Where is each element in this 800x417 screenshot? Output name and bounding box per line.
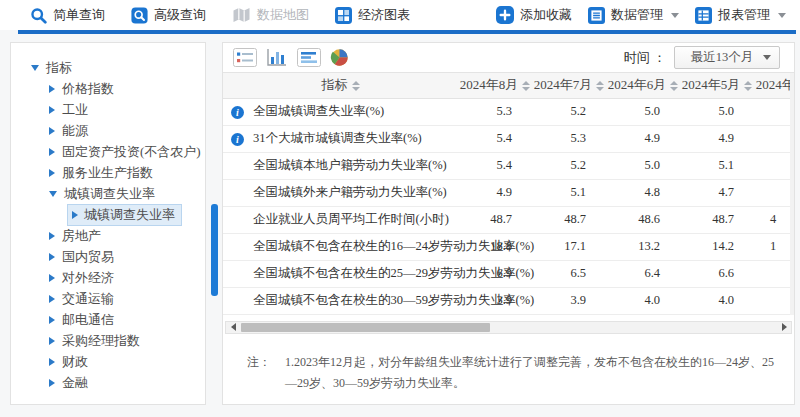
tree-arrow-collapsed-icon — [49, 358, 55, 366]
tree-item-8[interactable]: 房地产 — [11, 225, 205, 246]
tree-item-label: 工业 — [62, 101, 88, 119]
tree-item-0[interactable]: 指标 — [11, 57, 205, 78]
tree-item-4[interactable]: 固定资产投资(不含农户) — [11, 141, 205, 162]
nav-item-label: 数据地图 — [257, 6, 309, 24]
action-data-management[interactable]: 数据管理 — [588, 6, 679, 24]
tree-item-6[interactable]: 城镇调查失业率 — [11, 183, 205, 204]
value-cell: 4.9 — [606, 125, 680, 152]
indicator-cell: 全国城镇不包含在校生的30—59岁劳动力失业率(%) — [223, 287, 458, 314]
nav-item-economic-charts[interactable]: 经济图表 — [335, 6, 410, 24]
column-header-label: 2024年6月 — [608, 77, 667, 92]
column-header[interactable]: 2024年4月 — [754, 73, 794, 98]
info-icon[interactable]: i — [231, 106, 244, 119]
value-cell: 4.0 — [606, 287, 680, 314]
indicator-label: 31个大城市城镇调查失业率(%) — [253, 131, 422, 145]
indicator-label: 企业就业人员周平均工作时间(小时) — [253, 212, 449, 226]
tree-item-14[interactable]: 财政 — [11, 351, 205, 372]
tree-item-label: 采购经理指数 — [62, 332, 140, 350]
nav-item-advanced-query[interactable]: 高级查询 — [131, 6, 206, 24]
view-toolbar: 时间 ： 最近13个月 — [223, 43, 794, 73]
horizontal-scrollbar[interactable] — [225, 321, 792, 334]
view-button-table-view[interactable] — [233, 48, 257, 67]
column-header[interactable]: 2024年8月 — [458, 73, 532, 98]
nav-item-data-map[interactable]: 数据地图 — [232, 6, 309, 24]
table-row[interactable]: 全国城镇不包含在校生的16—24岁劳动力失业率(%)18.817.113.214… — [223, 233, 794, 260]
tree-arrow-collapsed-icon — [49, 274, 55, 282]
time-filter: 时间 ： 最近13个月 — [624, 46, 780, 69]
tree-item-2[interactable]: 工业 — [11, 99, 205, 120]
table-view-icon — [233, 48, 257, 67]
sort-icon — [352, 81, 360, 91]
hbar-chart-view-icon — [297, 48, 321, 67]
table-row[interactable]: 全国城镇本地户籍劳动力失业率(%)5.45.25.05.1 — [223, 152, 794, 179]
column-header[interactable]: 2024年5月 — [680, 73, 754, 98]
table-header-row: 指标2024年8月2024年7月2024年6月2024年5月2024年4月 — [223, 73, 794, 98]
tree-item-label: 指标 — [46, 59, 72, 77]
tree-item-label: 对外经济 — [62, 269, 114, 287]
column-header[interactable]: 2024年6月 — [606, 73, 680, 98]
arrow-left-icon — [231, 323, 236, 331]
top-toolbar: 简单查询高级查询数据地图经济图表 添加收藏数据管理报表管理 — [0, 0, 800, 30]
view-button-hbar-chart-view[interactable] — [297, 48, 321, 67]
time-range-select[interactable]: 最近13个月 — [674, 46, 780, 69]
value-cell — [754, 179, 794, 206]
view-button-pie-chart-view[interactable] — [330, 48, 349, 67]
table-row[interactable]: 企业就业人员周平均工作时间(小时)48.748.748.648.74 — [223, 206, 794, 233]
value-cell: 13.2 — [606, 233, 680, 260]
view-button-bar-chart-view[interactable] — [266, 48, 288, 67]
tree-item-13[interactable]: 采购经理指数 — [11, 330, 205, 351]
nav-item-simple-query[interactable]: 简单查询 — [30, 6, 105, 24]
tree-item-7[interactable]: 城镇调查失业率 — [11, 204, 205, 225]
indicator-label: 全国城镇外来户籍劳动力失业率(%) — [253, 185, 447, 199]
column-header[interactable]: 2024年7月 — [532, 73, 606, 98]
tree-item-9[interactable]: 国内贸易 — [11, 246, 205, 267]
tree-item-1[interactable]: 价格指数 — [11, 78, 205, 99]
indicator-label: 全国城镇不包含在校生的30—59岁劳动力失业率(%) — [253, 293, 534, 307]
tree-item-10[interactable]: 对外经济 — [11, 267, 205, 288]
action-label: 数据管理 — [611, 6, 663, 24]
tree-item-3[interactable]: 能源 — [11, 120, 205, 141]
vertical-scrollbar-track[interactable] — [790, 73, 794, 315]
scrollbar-thumb[interactable] — [241, 323, 490, 332]
value-cell: 48.6 — [606, 206, 680, 233]
panel-splitter-handle[interactable] — [211, 204, 218, 296]
scroll-right-button[interactable] — [777, 322, 791, 333]
value-cell: 5.3 — [458, 98, 532, 125]
tree-item-selected: 城镇调查失业率 — [67, 204, 182, 226]
footnote-text: 1.2023年12月起，对分年龄组失业率统计进行了调整完善，发布不包含在校生的1… — [285, 352, 785, 394]
tree-arrow-collapsed-icon — [49, 295, 55, 303]
value-cell: 3.9 — [532, 287, 606, 314]
tree-arrow-collapsed-icon — [49, 253, 55, 261]
indicator-label: 全国城镇不包含在校生的25—29岁劳动力失业率(%) — [253, 266, 534, 280]
table-row[interactable]: i全国城镇调查失业率(%)5.35.25.05.0 — [223, 98, 794, 125]
tree-item-label: 房地产 — [62, 227, 101, 245]
info-icon[interactable]: i — [231, 133, 244, 146]
table-row[interactable]: i31个大城市城镇调查失业率(%)5.45.34.94.9 — [223, 125, 794, 152]
map-icon — [232, 7, 251, 23]
nav-item-label: 高级查询 — [154, 6, 206, 24]
tree-item-11[interactable]: 交通运输 — [11, 288, 205, 309]
table-row[interactable]: 全国城镇外来户籍劳动力失业率(%)4.95.14.84.7 — [223, 179, 794, 206]
tree-item-15[interactable]: 金融 — [11, 372, 205, 393]
value-cell: 4.7 — [680, 179, 754, 206]
scroll-left-button[interactable] — [226, 322, 240, 333]
tree-item-12[interactable]: 邮电通信 — [11, 309, 205, 330]
tree-item-5[interactable]: 服务业生产指数 — [11, 162, 205, 183]
action-report-management[interactable]: 报表管理 — [695, 6, 786, 24]
data-table-wrap: 指标2024年8月2024年7月2024年6月2024年5月2024年4月i全国… — [223, 73, 794, 315]
value-cell: 4 — [754, 206, 794, 233]
value-cell — [754, 125, 794, 152]
sort-icon — [744, 81, 752, 91]
chevron-down-icon — [671, 13, 679, 18]
tree-arrow-expanded-icon — [49, 191, 57, 197]
table-row[interactable]: 全国城镇不包含在校生的25—29岁劳动力失业率(%)6.96.56.46.6 — [223, 260, 794, 287]
value-cell: 5.1 — [532, 179, 606, 206]
column-header-label: 指标 — [322, 77, 348, 92]
value-cell: 14.2 — [680, 233, 754, 260]
value-cell — [754, 98, 794, 125]
column-header[interactable]: 指标 — [223, 73, 458, 98]
tree-item-label: 国内贸易 — [62, 248, 114, 266]
table-row[interactable]: 全国城镇不包含在校生的30—59岁劳动力失业率(%)3.93.94.04.0 — [223, 287, 794, 314]
tree-item-label: 交通运输 — [62, 290, 114, 308]
action-add-favorite[interactable]: 添加收藏 — [496, 6, 572, 24]
